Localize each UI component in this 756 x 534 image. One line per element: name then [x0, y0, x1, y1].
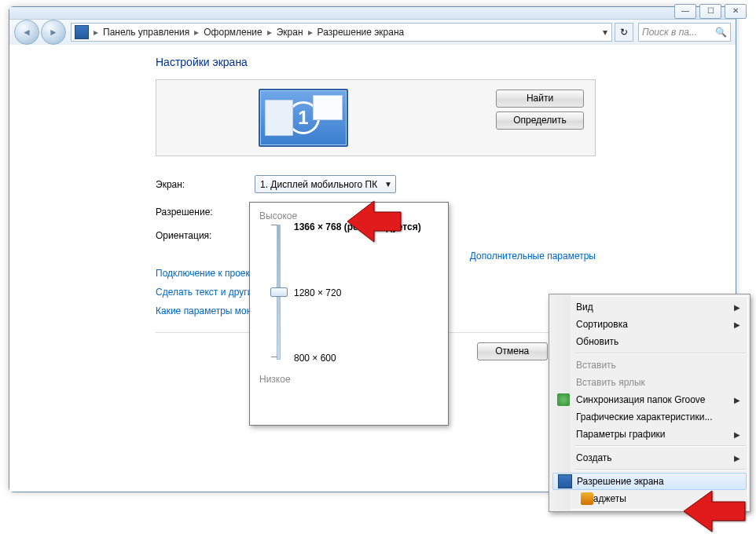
- nav-back-button[interactable]: ◄: [14, 20, 39, 45]
- submenu-arrow-icon: ▶: [734, 454, 740, 463]
- submenu-arrow-icon: ▶: [734, 430, 740, 439]
- slider-thumb[interactable]: [270, 287, 288, 297]
- ctx-label: Вставить ярлык: [576, 377, 645, 388]
- ctx-label: Сортировка: [576, 319, 628, 330]
- resolution-label: Разрешение:: [156, 207, 255, 218]
- ctx-paste: Вставить: [552, 357, 747, 374]
- chevron-right-icon: ▸: [193, 27, 200, 38]
- breadcrumb-seg[interactable]: Оформление: [200, 27, 265, 38]
- chevron-right-icon: ▸: [92, 27, 100, 38]
- chevron-right-icon: ▸: [306, 27, 314, 38]
- chevron-right-icon: ▸: [266, 27, 273, 38]
- ctx-label: Создать: [576, 452, 612, 463]
- control-panel-icon: [75, 25, 89, 39]
- ctx-groove-sync[interactable]: Синхронизация папок Groove▶: [552, 391, 747, 408]
- monitor-preview: 1 Найти Определить: [156, 79, 596, 156]
- ctx-label: Гаджеты: [589, 493, 626, 504]
- ctx-view[interactable]: Вид▶: [552, 298, 747, 316]
- res-option-mid[interactable]: 1280 × 720: [294, 287, 341, 298]
- ctx-graphics[interactable]: Графические характеристики...: [552, 408, 747, 426]
- breadcrumb-seg[interactable]: Панель управления: [100, 27, 193, 38]
- back-icon: ◄: [22, 27, 31, 38]
- refresh-button[interactable]: ↻: [615, 23, 633, 42]
- titlebar[interactable]: [9, 7, 736, 20]
- ctx-sort[interactable]: Сортировка▶: [552, 316, 747, 333]
- submenu-arrow-icon: ▶: [734, 320, 740, 329]
- screen-combobox[interactable]: 1. Дисплей мобильного ПК ▼: [255, 175, 396, 193]
- maximize-button[interactable]: ☐: [699, 4, 721, 19]
- screen-value: 1. Дисплей мобильного ПК: [260, 179, 377, 190]
- cancel-button[interactable]: Отмена: [477, 342, 548, 360]
- ctx-graphics-params[interactable]: Параметры графики▶: [552, 426, 747, 443]
- orientation-label: Ориентация:: [156, 230, 255, 241]
- address-bar: ◄ ► ▸ Панель управления ▸ Оформление ▸ Э…: [9, 20, 736, 46]
- ctx-label: Вид: [576, 302, 593, 313]
- ctx-create[interactable]: Создать▶: [552, 449, 747, 466]
- sync-icon: [557, 393, 570, 406]
- search-input[interactable]: Поиск в па... 🔍: [638, 23, 731, 42]
- ctx-screen-resolution[interactable]: Разрешение экрана: [552, 473, 747, 490]
- search-placeholder: Поиск в па...: [642, 27, 697, 38]
- ctx-paste-shortcut: Вставить ярлык: [552, 374, 747, 391]
- screen-label: Экран:: [156, 179, 255, 190]
- link-text: Подключение к проек: [156, 268, 250, 279]
- minimize-button[interactable]: —: [674, 4, 696, 19]
- refresh-icon: ↻: [620, 27, 628, 38]
- chevron-down-icon[interactable]: ▾: [599, 27, 611, 38]
- ctx-label: Разрешение экрана: [577, 476, 664, 487]
- breadcrumb[interactable]: ▸ Панель управления ▸ Оформление ▸ Экран…: [71, 23, 612, 42]
- search-icon: 🔍: [715, 27, 727, 38]
- submenu-arrow-icon: ▶: [734, 396, 740, 404]
- svg-marker-0: [347, 201, 401, 242]
- submenu-arrow-icon: ▶: [734, 303, 740, 312]
- forward-icon: ►: [49, 27, 58, 38]
- nav-forward-button[interactable]: ►: [41, 20, 66, 45]
- chevron-down-icon: ▼: [384, 180, 392, 188]
- find-button[interactable]: Найти: [496, 90, 584, 108]
- gadget-icon: [581, 492, 593, 505]
- monitor-icon: [558, 474, 572, 488]
- detect-button[interactable]: Определить: [496, 112, 584, 130]
- res-option-low[interactable]: 800 × 600: [294, 353, 336, 364]
- ctx-label: Графические характеристики...: [576, 411, 712, 422]
- breadcrumb-seg[interactable]: Разрешение экрана: [314, 27, 408, 38]
- ctx-label: Обновить: [576, 336, 618, 347]
- ctx-label: Параметры графики: [576, 429, 666, 440]
- monitor-thumbnail[interactable]: 1: [259, 89, 348, 147]
- resolution-slider[interactable]: [270, 225, 286, 358]
- ctx-label: Вставить: [576, 360, 616, 371]
- close-button[interactable]: ✕: [725, 4, 747, 19]
- page-title: Настройки экрана: [156, 56, 596, 68]
- desktop-context-menu: Вид▶ Сортировка▶ Обновить Вставить Встав…: [549, 294, 750, 512]
- low-label: Низкое: [259, 374, 439, 385]
- breadcrumb-seg[interactable]: Экран: [273, 27, 306, 38]
- ctx-refresh[interactable]: Обновить: [552, 333, 747, 350]
- svg-marker-1: [684, 491, 745, 532]
- ctx-label: Синхронизация папок Groove: [576, 394, 706, 405]
